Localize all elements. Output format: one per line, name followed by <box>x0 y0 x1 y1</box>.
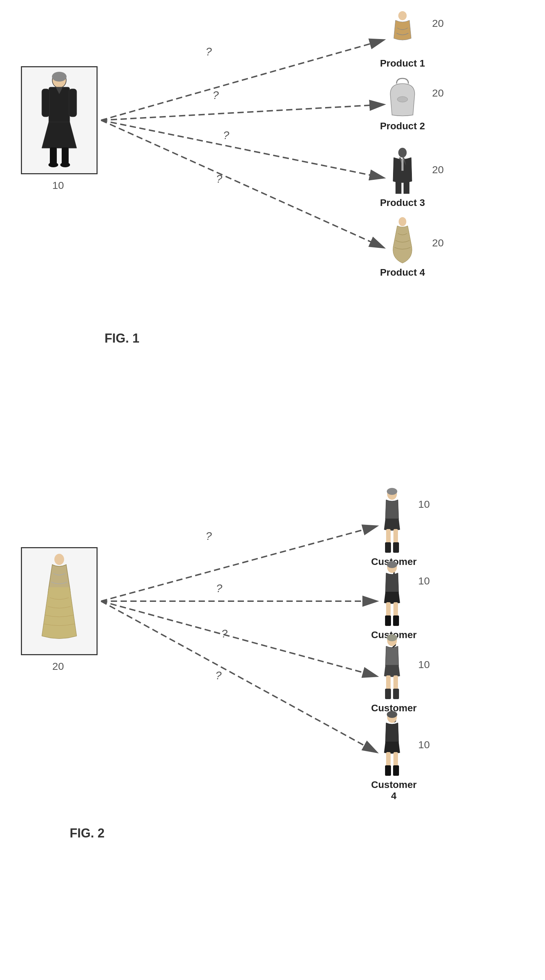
fig1-q2: ? <box>213 89 219 102</box>
fig1-product4: Product 4 <box>383 216 429 278</box>
product2-label: Product 2 <box>380 121 425 132</box>
fig1-q1: ? <box>206 45 212 58</box>
svg-rect-12 <box>50 147 57 165</box>
svg-rect-52 <box>393 752 398 766</box>
svg-rect-10 <box>69 89 77 117</box>
figure-1: 10 Product 1 20 ? Product 2 20 ? <box>0 0 545 481</box>
svg-point-14 <box>48 162 58 167</box>
customer4-node: 10 <box>418 739 430 751</box>
product4-figure <box>383 216 422 265</box>
svg-rect-54 <box>393 765 399 776</box>
svg-rect-13 <box>62 147 68 165</box>
svg-point-16 <box>398 11 407 20</box>
svg-line-3 <box>101 120 383 247</box>
svg-rect-48 <box>393 689 399 699</box>
product3-figure <box>383 146 422 195</box>
svg-marker-11 <box>42 122 77 148</box>
svg-rect-53 <box>385 765 391 776</box>
svg-rect-21 <box>402 159 404 171</box>
customer3-figure <box>377 634 408 700</box>
svg-point-44 <box>387 634 397 641</box>
product4-label: Product 4 <box>380 267 425 278</box>
svg-point-32 <box>387 488 397 495</box>
svg-line-1 <box>101 105 383 120</box>
figure-2: 20 Customer 1 10 ? <box>0 481 545 980</box>
customer4-label: Customer 4 <box>371 779 416 802</box>
svg-rect-35 <box>385 542 391 553</box>
svg-line-29 <box>101 601 377 752</box>
fig2-source-box <box>21 547 98 655</box>
svg-point-18 <box>398 148 407 158</box>
svg-rect-36 <box>393 542 399 553</box>
customer2-figure <box>377 561 408 627</box>
svg-rect-34 <box>393 529 398 543</box>
svg-line-28 <box>101 601 377 676</box>
product3-label: Product 3 <box>380 197 425 208</box>
svg-rect-42 <box>393 616 399 626</box>
product2-node: 20 <box>432 87 443 99</box>
svg-rect-39 <box>386 602 391 616</box>
svg-rect-33 <box>386 529 391 543</box>
svg-point-50 <box>387 711 397 718</box>
product1-node: 20 <box>432 18 443 29</box>
customer4-figure <box>377 711 408 777</box>
fig1-product1: Product 1 <box>383 10 429 69</box>
svg-rect-47 <box>385 689 391 699</box>
product4-node: 20 <box>432 237 443 249</box>
fig2-source-figure <box>37 552 82 650</box>
fig2-source-label: 20 <box>52 660 64 672</box>
product3-node: 20 <box>432 164 443 176</box>
svg-rect-9 <box>42 89 49 117</box>
fig1-source-box <box>21 66 98 174</box>
svg-line-26 <box>101 526 377 601</box>
svg-point-15 <box>60 162 70 167</box>
customer1-figure <box>377 488 408 554</box>
svg-rect-23 <box>404 181 410 194</box>
customer1-node: 10 <box>418 498 430 510</box>
svg-point-38 <box>387 561 397 568</box>
product1-figure <box>383 10 422 56</box>
fig1-q3: ? <box>223 129 229 142</box>
svg-point-6 <box>52 72 67 81</box>
svg-rect-51 <box>386 752 391 766</box>
svg-rect-41 <box>385 616 391 626</box>
svg-line-0 <box>101 40 383 120</box>
fig1-product2: Product 2 <box>383 77 429 132</box>
fig2-q2: ? <box>216 582 222 595</box>
svg-rect-40 <box>393 602 398 616</box>
product2-figure <box>383 77 422 118</box>
svg-point-17 <box>397 97 408 102</box>
svg-point-30 <box>54 554 64 565</box>
svg-rect-45 <box>386 675 391 689</box>
fig1-label: FIG. 1 <box>105 331 139 346</box>
fig1-source-figure <box>37 72 82 169</box>
fig2-label: FIG. 2 <box>70 826 105 841</box>
fig2-q4: ? <box>215 669 222 682</box>
product1-label: Product 1 <box>380 58 425 69</box>
fig1-product3: Product 3 <box>383 146 429 208</box>
svg-rect-46 <box>393 675 398 689</box>
fig2-q1: ? <box>206 530 212 542</box>
fig2-customer4: Customer 4 <box>377 711 422 802</box>
customer3-node: 10 <box>418 659 430 671</box>
fig1-q4: ? <box>216 172 222 185</box>
svg-rect-22 <box>396 181 402 194</box>
customer2-node: 10 <box>418 575 430 587</box>
fig1-source-label: 10 <box>52 180 64 191</box>
fig2-q3: ? <box>221 627 227 640</box>
svg-point-24 <box>399 217 406 226</box>
svg-line-2 <box>101 120 383 178</box>
